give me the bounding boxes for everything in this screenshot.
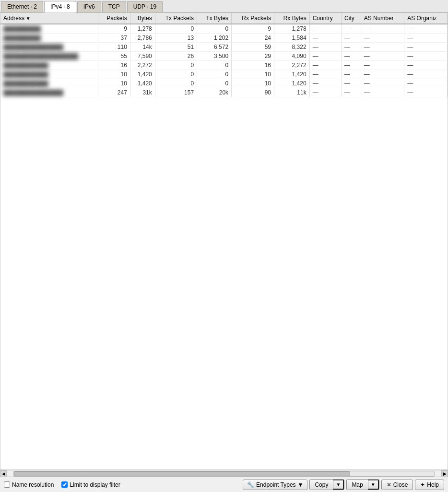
table-cell: 6,572 — [197, 43, 232, 52]
table-cell: 1,420 — [274, 70, 310, 79]
table-cell: — — [361, 88, 404, 97]
table-cell: — — [361, 52, 404, 61]
map-split-button: Map ▼ — [346, 479, 379, 490]
table-cell: ████████████ — [0, 70, 98, 79]
table-cell: — — [361, 34, 404, 43]
table-cell: — — [342, 52, 361, 61]
tab-ethernet[interactable]: Ethernet · 2 — [1, 1, 43, 12]
table-cell: — — [361, 70, 404, 79]
scroll-right-arrow[interactable]: ▶ — [441, 470, 448, 477]
table-cell: 0 — [155, 61, 197, 70]
limit-filter-checkbox-label[interactable]: Limit to display filter — [61, 481, 120, 488]
table-cell: — — [309, 24, 341, 34]
col-country[interactable]: Country — [309, 13, 341, 24]
table-cell: ████████████ — [0, 79, 98, 88]
scrollbar-track — [13, 471, 435, 477]
close-button[interactable]: ✕ Close — [381, 480, 413, 490]
close-label: Close — [393, 481, 408, 488]
endpoint-types-button[interactable]: 🔧 Endpoint Types ▼ — [243, 480, 307, 490]
table-cell: — — [404, 43, 448, 52]
table-header-row: Address Packets Bytes Tx Packets Tx Byte… — [0, 13, 448, 24]
name-resolution-label: Name resolution — [12, 481, 54, 488]
copy-split-button: Copy ▼ — [309, 479, 344, 490]
limit-filter-label: Limit to display filter — [70, 481, 120, 488]
name-resolution-checkbox-label[interactable]: Name resolution — [4, 481, 54, 488]
map-dropdown-arrow[interactable]: ▼ — [368, 480, 379, 490]
table-cell: 59 — [232, 43, 274, 52]
name-resolution-checkbox[interactable] — [4, 481, 10, 488]
table-cell: 13 — [155, 34, 197, 43]
tab-udp[interactable]: UDP · 19 — [127, 1, 163, 12]
table-cell: — — [309, 79, 341, 88]
table-cell: 247 — [98, 88, 130, 97]
table-row[interactable]: ████████████████11014k516,572598,322———— — [0, 43, 448, 52]
map-label: Map — [352, 481, 363, 488]
table-cell: ██████████ — [0, 24, 98, 34]
table-cell: — — [404, 79, 448, 88]
table-row[interactable]: ████████████████24731k15720k9011k———— — [0, 88, 448, 97]
table-cell: 16 — [98, 61, 130, 70]
col-bytes[interactable]: Bytes — [130, 13, 155, 24]
table-cell: — — [309, 34, 341, 43]
table-cell: — — [404, 52, 448, 61]
table-cell: 0 — [155, 24, 197, 34]
table-row[interactable]: ████████████101,42000101,420———— — [0, 79, 448, 88]
table-row[interactable]: ████████████████████557,590263,500294,09… — [0, 52, 448, 61]
col-rx-bytes[interactable]: Rx Bytes — [274, 13, 310, 24]
col-as-org[interactable]: AS Organiz — [404, 13, 448, 24]
table-row[interactable]: ████████████101,42000101,420———— — [0, 70, 448, 79]
col-city[interactable]: City — [342, 13, 361, 24]
table-container[interactable]: Address Packets Bytes Tx Packets Tx Byte… — [0, 12, 448, 470]
table-cell: — — [342, 61, 361, 70]
copy-dropdown-arrow[interactable]: ▼ — [333, 480, 344, 490]
col-tx-bytes[interactable]: Tx Bytes — [197, 13, 232, 24]
table-row[interactable]: ████████████162,27200162,272———— — [0, 61, 448, 70]
table-cell: — — [309, 70, 341, 79]
col-rx-packets[interactable]: Rx Packets — [232, 13, 274, 24]
map-button[interactable]: Map — [347, 480, 367, 490]
table-cell: 1,278 — [274, 24, 310, 34]
table-cell: 0 — [197, 79, 232, 88]
scrollbar-thumb[interactable] — [14, 471, 350, 476]
table-cell: 9 — [98, 24, 130, 34]
table-cell: 14k — [130, 43, 155, 52]
scroll-left-arrow[interactable]: ◀ — [0, 470, 7, 477]
col-tx-packets[interactable]: Tx Packets — [155, 13, 197, 24]
table-cell: — — [361, 24, 404, 34]
table-cell: 29 — [232, 52, 274, 61]
table-cell: — — [342, 24, 361, 34]
tab-tcp[interactable]: TCP — [102, 1, 126, 12]
endpoint-types-label: Endpoint Types — [256, 481, 296, 488]
bottom-bar: Name resolution Limit to display filter … — [0, 477, 448, 492]
table-row[interactable]: ██████████91,2780091,278———— — [0, 24, 448, 34]
table-cell: — — [342, 88, 361, 97]
col-address[interactable]: Address — [0, 13, 98, 24]
table-cell: — — [342, 70, 361, 79]
endpoint-types-icon: 🔧 — [247, 481, 254, 488]
tab-ipv4[interactable]: IPv4 · 8 — [44, 1, 76, 12]
table-cell: 31k — [130, 88, 155, 97]
col-as-number[interactable]: AS Number — [361, 13, 404, 24]
table-cell: 1,420 — [274, 79, 310, 88]
copy-button[interactable]: Copy — [310, 480, 333, 490]
main-content: Address Packets Bytes Tx Packets Tx Byte… — [0, 12, 448, 492]
tab-ipv6[interactable]: IPv6 — [77, 1, 101, 12]
table-cell: 2,786 — [130, 34, 155, 43]
table-cell: — — [309, 61, 341, 70]
table-row[interactable]: ██████████372,786131,202241,584———— — [0, 34, 448, 43]
horizontal-scrollbar[interactable]: ◀ ▶ — [0, 470, 448, 477]
table-cell: — — [309, 52, 341, 61]
table-cell: 51 — [155, 43, 197, 52]
table-cell: 10 — [98, 70, 130, 79]
close-icon: ✕ — [387, 481, 391, 488]
table-cell: 20k — [197, 88, 232, 97]
limit-filter-checkbox[interactable] — [61, 481, 68, 488]
table-cell: 55 — [98, 52, 130, 61]
table-cell: 1,278 — [130, 24, 155, 34]
col-packets[interactable]: Packets — [98, 13, 130, 24]
table-cell: 11k — [274, 88, 310, 97]
table-cell: 8,322 — [274, 43, 310, 52]
table-cell: — — [404, 61, 448, 70]
help-button[interactable]: ✦ Help — [415, 480, 444, 490]
table-cell: 1,420 — [130, 70, 155, 79]
